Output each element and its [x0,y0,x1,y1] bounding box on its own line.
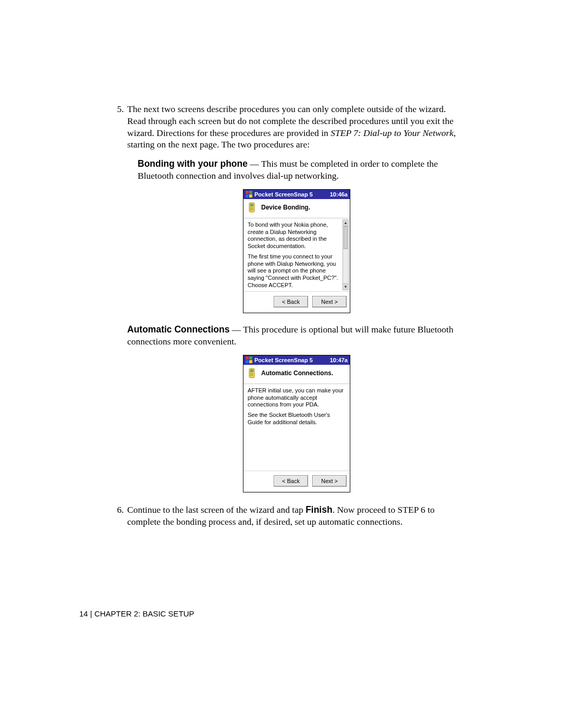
pda-body: AFTER initial use, you can make your pho… [243,384,350,471]
ordered-steps: The next two screens describe procedures… [116,103,466,528]
pda-body: To bond with your Nokia phone, create a … [243,218,350,291]
step5-italic-ref: STEP 7: Dial-up to Your Network [331,128,454,138]
auto-label: Automatic Connections [127,324,229,335]
scroll-thumb[interactable] [344,226,348,249]
start-flag-icon [246,191,252,198]
scroll-up-icon[interactable]: ▲ [343,220,348,226]
pda-body-p1: To bond with your Nokia phone, create a … [248,221,340,250]
pda-footer: < Back Next > [243,291,350,313]
pda-title: Pocket ScreenSnap 5 [254,191,313,198]
step-5: The next two screens describe procedures… [126,103,466,492]
svg-rect-8 [250,209,251,210]
pda-body-p1: AFTER initial use, you can make your pho… [248,387,346,409]
pda-titlebar: Pocket ScreenSnap 5 10:46a [243,190,350,199]
pda-window: Pocket ScreenSnap 5 10:46a [243,189,350,314]
svg-rect-2 [246,194,249,198]
svg-rect-0 [246,191,249,194]
bonding-paragraph: Bonding with your phone — This must be c… [138,158,466,182]
svg-rect-1 [249,191,252,194]
pda-time: 10:47a [330,356,348,364]
back-button[interactable]: < Back [274,296,308,307]
svg-rect-16 [250,373,251,374]
svg-rect-15 [250,369,253,372]
pda-header-row: Automatic Connections. [243,365,350,384]
svg-rect-10 [246,356,249,360]
pda-footer: < Back Next > [243,471,350,492]
next-button[interactable]: Next > [312,296,347,307]
svg-rect-3 [249,194,252,198]
pda-time: 10:46a [330,191,348,198]
back-button[interactable]: < Back [274,475,308,487]
scroll-down-icon[interactable]: ▼ [343,283,348,290]
phone-icon [248,368,257,379]
svg-rect-13 [249,360,252,363]
svg-rect-17 [252,373,253,374]
svg-rect-18 [250,375,251,376]
svg-rect-6 [250,207,251,208]
bonding-label: Bonding with your phone [138,158,248,169]
pda-header-row: Device Bonding. [243,199,350,218]
pda-title: Pocket ScreenSnap 5 [254,356,313,364]
svg-rect-11 [249,356,252,360]
document-page: The next two screens describe procedures… [0,0,563,728]
pda-screenshot-1: Pocket ScreenSnap 5 10:46a [127,189,466,314]
step6-finish: Finish [305,504,333,515]
pda-body-p2: The first time you connect to your phone… [248,253,340,289]
svg-rect-9 [252,209,253,210]
step-6: Continue to the last screen of the wizar… [126,504,466,528]
svg-rect-5 [250,204,253,206]
svg-rect-7 [252,207,253,208]
pda-window: Pocket ScreenSnap 5 10:47a [243,355,350,493]
svg-rect-12 [246,360,249,363]
pda-titlebar: Pocket ScreenSnap 5 10:47a [243,355,350,365]
pda-screenshot-2: Pocket ScreenSnap 5 10:47a [127,355,466,493]
scrollbar[interactable]: ▲ ▼ [342,219,349,290]
svg-rect-19 [252,375,253,376]
pda-header-label: Automatic Connections. [261,369,333,378]
pda-body-p2: See the Socket Bluetooth User's Guide fo… [248,412,346,426]
step6-text-a: Continue to the last screen of the wizar… [127,504,305,515]
pda-header-label: Device Bonding. [261,204,310,212]
next-button[interactable]: Next > [312,475,347,487]
phone-icon [248,202,257,214]
start-flag-icon [246,356,252,363]
auto-paragraph: Automatic Connections — This procedure i… [127,324,466,348]
page-footer: 14 | CHAPTER 2: BASIC SETUP [79,609,194,619]
